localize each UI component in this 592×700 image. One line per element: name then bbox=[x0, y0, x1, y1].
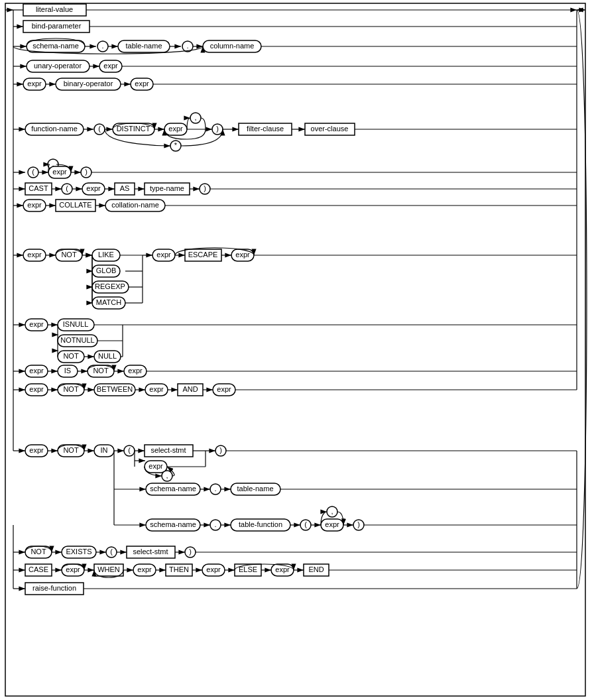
function-name-label: function-name bbox=[31, 125, 78, 133]
svg-text:.: . bbox=[101, 42, 103, 50]
expr-is-left: expr bbox=[29, 367, 44, 375]
expr-null-check: expr bbox=[29, 320, 44, 328]
match-label: MATCH bbox=[96, 298, 121, 306]
literal-value-label: literal-value bbox=[36, 5, 73, 13]
like-label: LIKE bbox=[98, 251, 114, 259]
glob-label: GLOB bbox=[96, 266, 117, 274]
table-name-r3: table-name bbox=[125, 42, 162, 50]
type-name-label: type-name bbox=[150, 184, 184, 192]
svg-text:.: . bbox=[214, 485, 216, 493]
expr-paren: expr bbox=[52, 168, 67, 176]
distinct-label: DISTINCT bbox=[117, 125, 150, 133]
expr-cast: expr bbox=[86, 184, 101, 192]
raise-function-label: raise-function bbox=[32, 584, 76, 592]
expr-in-list: expr bbox=[148, 462, 163, 470]
expr-bin-left: expr bbox=[27, 80, 42, 88]
else-label: ELSE bbox=[239, 565, 257, 573]
expr-when: expr bbox=[137, 565, 152, 573]
when-label: WHEN bbox=[97, 565, 120, 573]
expr-unary: expr bbox=[103, 62, 118, 70]
isnull-label: ISNULL bbox=[63, 320, 89, 328]
svg-text:,: , bbox=[331, 507, 333, 515]
svg-text:): ) bbox=[189, 548, 192, 555]
svg-text:(: ( bbox=[66, 184, 68, 192]
expr-is-right: expr bbox=[128, 367, 143, 375]
collate-label: COLLATE bbox=[59, 201, 91, 209]
cast-label: CAST bbox=[29, 184, 48, 192]
not-exists-label: NOT bbox=[30, 548, 46, 555]
expr-between-left: expr bbox=[29, 385, 44, 393]
svg-text:(: ( bbox=[32, 168, 34, 176]
expr-in-left: expr bbox=[29, 446, 44, 454]
svg-text:(: ( bbox=[110, 548, 113, 555]
exists-label: EXISTS bbox=[66, 548, 91, 555]
table-name-in: table-name bbox=[237, 485, 273, 493]
svg-text:): ) bbox=[357, 520, 360, 528]
expr-func: expr bbox=[168, 125, 183, 133]
between-label: BETWEEN bbox=[97, 385, 133, 393]
svg-text:(: ( bbox=[98, 125, 101, 133]
expr-between-high: expr bbox=[217, 385, 231, 393]
collation-name-label: collation-name bbox=[111, 201, 159, 209]
expr-then: expr bbox=[206, 565, 221, 573]
svg-text:.: . bbox=[214, 520, 216, 528]
svg-text:.: . bbox=[186, 42, 188, 50]
expr-collate: expr bbox=[27, 201, 42, 209]
column-name-r3: column-name bbox=[210, 42, 255, 50]
svg-text:*: * bbox=[174, 141, 178, 149]
not-null-not: NOT bbox=[63, 352, 79, 360]
not-like-label: NOT bbox=[61, 251, 77, 259]
unary-operator-label: unary-operator bbox=[34, 62, 82, 70]
expr-like-right: expr bbox=[156, 251, 171, 259]
not-between-label: NOT bbox=[63, 385, 79, 393]
expr-bin-right: expr bbox=[135, 80, 149, 88]
select-stmt-exists: select-stmt bbox=[133, 548, 168, 555]
expr-escape: expr bbox=[235, 251, 250, 259]
escape-label: ESCAPE bbox=[188, 251, 218, 259]
svg-text:,: , bbox=[166, 471, 168, 479]
svg-text:): ) bbox=[204, 184, 206, 192]
over-clause-label: over-clause bbox=[311, 125, 349, 133]
as-label: AS bbox=[120, 184, 130, 192]
end-label: END bbox=[308, 565, 324, 573]
svg-text:,: , bbox=[194, 113, 196, 121]
regexp-label: REGEXP bbox=[95, 282, 125, 290]
expr-case: expr bbox=[66, 565, 80, 573]
svg-text:(: ( bbox=[304, 520, 307, 528]
not-in-label: NOT bbox=[63, 446, 79, 454]
select-stmt-in: select-stmt bbox=[150, 446, 186, 454]
then-label: THEN bbox=[169, 565, 189, 573]
svg-text:): ) bbox=[219, 446, 222, 454]
railroad-diagram: literal-value bind-parameter schema-name… bbox=[0, 0, 592, 700]
notnull-label: NOTNULL bbox=[60, 336, 94, 344]
binary-operator-label: binary-operator bbox=[64, 80, 113, 88]
svg-text:(: ( bbox=[128, 446, 131, 454]
case-label: CASE bbox=[29, 565, 48, 573]
svg-rect-2 bbox=[5, 3, 585, 696]
null-label: NULL bbox=[98, 352, 117, 360]
table-function-label: table-function bbox=[239, 520, 282, 528]
svg-text:): ) bbox=[85, 168, 88, 176]
not-is-label: NOT bbox=[93, 367, 109, 375]
schema-name-in: schema-name bbox=[150, 485, 196, 493]
svg-text:): ) bbox=[216, 125, 219, 133]
and-label: AND bbox=[182, 385, 198, 393]
is-label: IS bbox=[64, 367, 71, 375]
bind-parameter-label: bind-parameter bbox=[32, 22, 82, 30]
in-label: IN bbox=[101, 446, 108, 454]
filter-clause-label: filter-clause bbox=[247, 125, 284, 133]
schema-name-tf: schema-name bbox=[150, 520, 196, 528]
expr-between-low: expr bbox=[149, 385, 164, 393]
schema-name-r3: schema-name bbox=[32, 42, 79, 50]
expr-like-left: expr bbox=[27, 251, 42, 259]
expr-tf: expr bbox=[325, 520, 339, 528]
